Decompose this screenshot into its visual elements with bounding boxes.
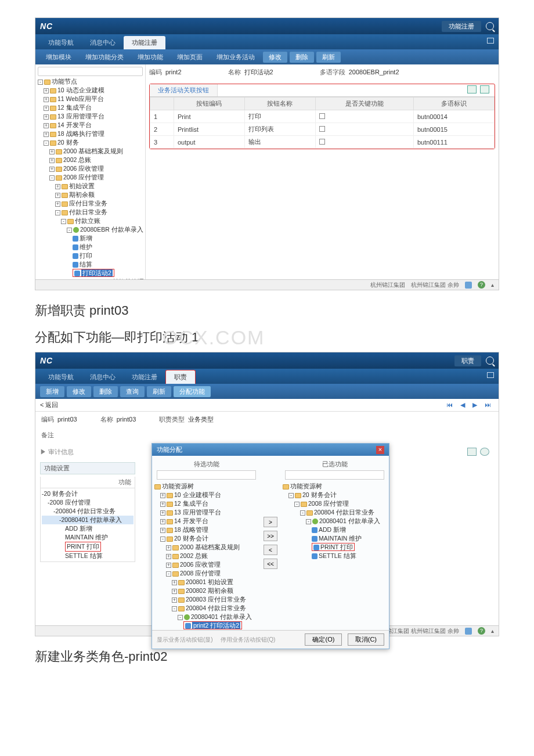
tree-item[interactable]: 初始设置 xyxy=(69,182,95,189)
tree-item[interactable]: 2002 总账 xyxy=(63,156,91,163)
help-icon[interactable]: ? xyxy=(478,627,485,635)
tree-item[interactable]: 2000 基础档案及规则 xyxy=(180,543,240,550)
tree-item[interactable]: MAINTAIN 维护 xyxy=(65,534,108,541)
tree-item[interactable]: 200801 初始设置 xyxy=(186,578,233,585)
move-all-left-button[interactable]: << xyxy=(264,559,277,569)
tree-item[interactable]: 20 财务会计 xyxy=(302,491,337,498)
next-icon[interactable]: ▶ xyxy=(470,401,480,409)
assign-button[interactable]: 分配功能 xyxy=(174,386,211,397)
tree-item[interactable]: 200804 付款日常业务 xyxy=(314,509,374,516)
tree-item-highlight[interactable]: PRINT 打印 xyxy=(65,542,101,552)
delete-button[interactable]: 删除 xyxy=(290,52,314,63)
prev-icon[interactable]: ◀ xyxy=(457,401,468,409)
checkbox[interactable] xyxy=(319,113,325,119)
tree-item[interactable]: 功能资源树 xyxy=(290,483,322,489)
tree-item[interactable]: 13 应用管理平台 xyxy=(57,113,104,120)
move-left-button[interactable]: < xyxy=(264,545,277,555)
window-icon[interactable] xyxy=(487,372,494,378)
refresh-button[interactable]: 刷新 xyxy=(316,52,341,63)
table-tab[interactable]: 业务活动关联按钮 xyxy=(150,84,218,96)
table-row[interactable]: 1Print打印butn00014 xyxy=(150,110,495,123)
tree-item[interactable]: 200804 付款日常业务 xyxy=(186,604,246,611)
tab-duty[interactable]: 职责 xyxy=(165,370,196,384)
tree-item[interactable]: SETTLE 结算 xyxy=(319,552,356,559)
first-icon[interactable]: ⏮ xyxy=(443,401,456,408)
tree-item[interactable]: 18 战略管理 xyxy=(174,526,208,533)
tab-funcreg[interactable]: 功能注册 xyxy=(124,36,165,49)
tree-item[interactable]: 功能资源树 xyxy=(162,483,194,489)
tree-item[interactable]: 11 Web应用平台 xyxy=(57,95,104,102)
tab-msg[interactable]: 消息中心 xyxy=(82,370,124,384)
refresh-icon[interactable] xyxy=(480,448,489,456)
search-icon[interactable] xyxy=(486,357,494,365)
up-icon[interactable]: ▴ xyxy=(491,628,494,634)
tree-item[interactable]: 20 财务会计 xyxy=(44,490,78,497)
close-icon[interactable]: × xyxy=(376,446,384,454)
add-activity-button[interactable]: 增加业务活动 xyxy=(211,52,261,63)
audit-label[interactable]: 审计信息 xyxy=(48,448,74,455)
table-row[interactable]: 3output输出butn00111 xyxy=(150,136,495,149)
avatar-icon[interactable] xyxy=(465,628,472,635)
tree-item[interactable]: 14 开发平台 xyxy=(174,517,208,524)
tab-msg[interactable]: 消息中心 xyxy=(82,36,124,49)
header-button[interactable]: 功能注册 xyxy=(442,21,481,32)
tree-item[interactable]: 20 财务 xyxy=(57,139,79,146)
add-cat-button[interactable]: 增加功能分类 xyxy=(80,52,129,63)
checkbox[interactable] xyxy=(319,126,325,132)
add-func-button[interactable]: 增加功能 xyxy=(132,52,169,63)
tree-item[interactable]: 20080EBR 付款单录入 xyxy=(80,226,143,233)
new-button[interactable]: 新增 xyxy=(40,386,64,397)
show-btn-link[interactable]: 显示业务活动按钮(显) xyxy=(157,636,213,643)
tree-item[interactable]: 14 开发平台 xyxy=(57,121,92,128)
tree-item[interactable]: 20080401 付款单录入 xyxy=(319,517,380,524)
tree-item[interactable]: 2008 应付管理 xyxy=(50,499,91,506)
right-search-input[interactable] xyxy=(285,470,384,480)
back-button[interactable]: < 返回 xyxy=(40,401,58,409)
add-page-button[interactable]: 增加页面 xyxy=(171,52,208,63)
tree-item[interactable]: 20080EBM 付款单管理 xyxy=(80,278,144,279)
tree-root[interactable]: 功能节点 xyxy=(52,78,77,85)
tree-item-highlight[interactable]: PRINT 打印 xyxy=(320,543,353,550)
tree-item-selected[interactable]: 打印活动2 xyxy=(81,269,113,276)
checkbox[interactable] xyxy=(319,139,325,145)
tab-nav[interactable]: 功能导航 xyxy=(40,36,82,49)
tree-item[interactable]: 20 财务会计 xyxy=(174,535,208,542)
tree-item[interactable]: 期初余额 xyxy=(69,191,95,198)
search-icon[interactable] xyxy=(486,22,494,30)
tree-item[interactable]: 200804 付款日常业务 xyxy=(56,507,116,514)
last-icon[interactable]: ⏭ xyxy=(482,401,494,408)
tab-nav[interactable]: 功能导航 xyxy=(40,370,82,384)
tree-item[interactable]: SETTLE 结算 xyxy=(65,552,103,559)
disable-btn-link[interactable]: 停用业务活动按钮(Q) xyxy=(221,636,275,643)
tree-item[interactable]: 维护 xyxy=(80,243,92,250)
tree-item[interactable]: ADD 新增 xyxy=(65,525,92,532)
tree-item[interactable]: 付款立账 xyxy=(75,217,100,224)
tree-item[interactable]: 20080401 付款单录入 xyxy=(62,516,122,523)
edit-button[interactable]: 修改 xyxy=(263,52,287,63)
header-button[interactable]: 职责 xyxy=(454,355,481,366)
tree-item[interactable]: 18 战略执行管理 xyxy=(57,130,104,137)
del-button[interactable]: 删除 xyxy=(93,386,118,397)
grid-icon[interactable] xyxy=(467,448,477,456)
add-module-button[interactable]: 增加模块 xyxy=(40,52,77,63)
tree-item[interactable]: 付款日常业务 xyxy=(69,208,107,215)
tree-item[interactable]: 12 集成平台 xyxy=(57,104,92,111)
move-all-right-button[interactable]: >> xyxy=(264,531,277,541)
window-icon[interactable] xyxy=(487,38,494,44)
up-icon[interactable]: ▴ xyxy=(491,282,494,288)
cancel-button[interactable]: 取消(C) xyxy=(348,633,384,646)
tab-funcreg[interactable]: 功能注册 xyxy=(124,370,165,384)
refresh-button[interactable]: 刷新 xyxy=(147,386,171,397)
avatar-icon[interactable] xyxy=(465,282,472,289)
tree-item[interactable]: 2008 应付管理 xyxy=(63,174,104,181)
tree-item[interactable]: 20080401 付款单录入 xyxy=(191,613,252,620)
tree-item[interactable]: 12 集成平台 xyxy=(174,500,208,507)
move-right-button[interactable]: > xyxy=(264,517,277,527)
tree-item[interactable]: 2002 总账 xyxy=(180,552,208,559)
tree-item[interactable]: MAINTAIN 维护 xyxy=(319,535,362,542)
tree-item[interactable]: 10 动态企业建模 xyxy=(57,87,104,93)
tree-item[interactable]: 200803 应付日常业务 xyxy=(186,596,246,603)
help-icon[interactable]: ? xyxy=(478,281,485,289)
tree-item[interactable]: 2000 基础档案及规则 xyxy=(63,147,123,154)
left-search-input[interactable] xyxy=(157,470,255,480)
